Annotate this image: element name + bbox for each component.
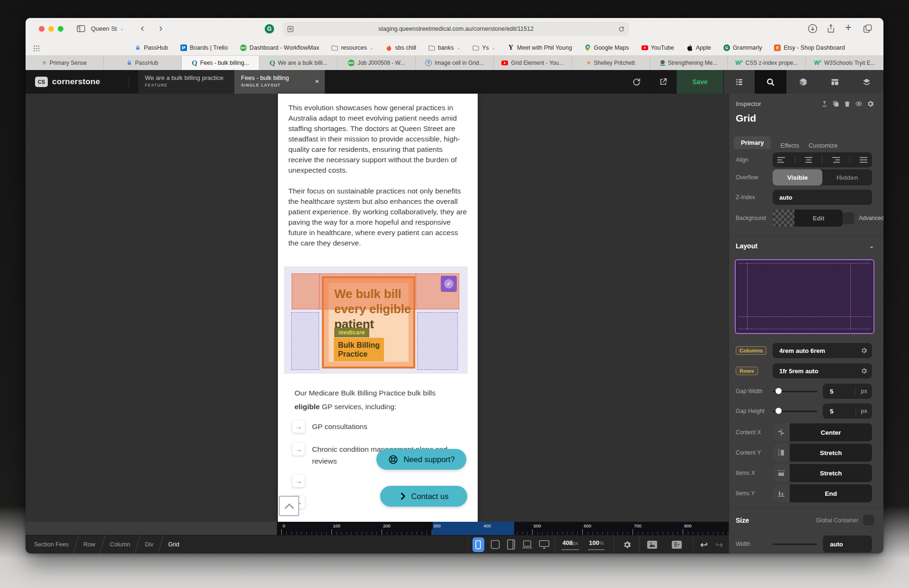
horizontal-ruler[interactable]: 0 100 200 300 400 500 600 700 800	[26, 522, 729, 535]
bookmark-etsy[interactable]: EEtsy - Shop Dashboard	[774, 44, 845, 51]
tab-effects[interactable]: Effects	[780, 142, 799, 149]
gap-height-slider[interactable]	[773, 411, 817, 412]
tab-overview-icon[interactable]	[863, 24, 873, 34]
close-doc-tab-icon[interactable]: ×	[315, 77, 319, 85]
tab-primary[interactable]: Primary	[734, 136, 771, 149]
grid-section[interactable]: We bulk bill every eligible patient medi…	[284, 266, 468, 374]
pin-element-icon[interactable]	[821, 100, 828, 107]
hero-heading[interactable]: We bulk bill every eligible patient	[334, 286, 411, 332]
element-settings-gear-icon[interactable]	[867, 100, 874, 107]
bookmark-trello[interactable]: Boards | Trello	[180, 44, 228, 51]
rows-label[interactable]: Rows	[736, 367, 758, 375]
doc-tab-single-layout-active[interactable]: Fees - bulk billing SINGLE LAYOUT ×	[234, 70, 325, 94]
browser-tab-w3schools[interactable]: W3W3Schools Tryit E...	[806, 56, 883, 70]
elements-cube-icon[interactable]	[799, 78, 808, 87]
share-icon[interactable]	[826, 24, 836, 34]
tab-customize[interactable]: Customize	[809, 142, 838, 149]
bookmark-apple[interactable]: Apple	[686, 44, 711, 51]
address-bar[interactable]: staging.queenstreetmedical.com.au/corner…	[283, 22, 629, 36]
zoom-window-button[interactable]	[58, 26, 63, 32]
editor-canvas[interactable]: This evolution showcases how general pra…	[26, 94, 729, 522]
background-swatch[interactable]	[773, 210, 794, 227]
items-y-select[interactable]: End	[773, 484, 872, 502]
content-y-select[interactable]: Stretch	[773, 444, 872, 462]
bookmark-passhub[interactable]: PassHub	[134, 44, 168, 51]
undo-icon[interactable]: ↩	[697, 535, 711, 553]
reload-icon[interactable]	[618, 26, 624, 32]
overflow-toggle[interactable]: Visible Hidden	[773, 169, 872, 185]
device-desktop-button[interactable]	[537, 535, 551, 553]
gap-width-input[interactable]: 5px	[823, 384, 872, 399]
inspector-search-button[interactable]	[755, 70, 786, 94]
close-window-button[interactable]	[39, 26, 45, 32]
minimize-window-button[interactable]	[48, 26, 54, 32]
scroll-to-top-button[interactable]	[279, 496, 299, 516]
settings-gear-icon[interactable]	[620, 535, 633, 553]
items-x-select[interactable]: Stretch	[773, 464, 872, 482]
content-x-select[interactable]: Center	[773, 423, 872, 441]
align-control[interactable]	[773, 152, 872, 167]
refresh-preview-button[interactable]	[623, 70, 650, 94]
delete-trash-icon[interactable]	[844, 100, 851, 107]
grid-cell-left[interactable]	[291, 312, 319, 370]
size-section-header[interactable]: Size Global Container	[736, 515, 874, 526]
selected-check-badge[interactable]: ✓	[441, 276, 457, 292]
bookmark-folder-ys[interactable]: Ys⌄	[472, 44, 495, 51]
browser-tab-job[interactable]: MAXJob J000508 - W...	[338, 56, 416, 70]
zindex-input[interactable]: auto	[773, 190, 872, 205]
medicare-badge[interactable]: medicare	[334, 328, 369, 337]
rows-input[interactable]: 1fr 5rem auto	[773, 363, 872, 378]
gap-width-slider[interactable]	[773, 391, 817, 392]
bookmark-workflowmax[interactable]: MAXDashboard - WorkflowMax	[240, 44, 319, 51]
background-advanced-checkbox[interactable]	[843, 212, 855, 224]
back-button[interactable]: ‹	[141, 22, 144, 35]
device-tablet-button[interactable]	[504, 535, 517, 553]
width-slider[interactable]	[773, 544, 817, 545]
browser-tab-grid-element[interactable]: Grid Element - You...	[494, 56, 572, 70]
grid-cell-right[interactable]	[417, 312, 458, 370]
device-laptop-button[interactable]	[520, 535, 534, 553]
zoom-level-value[interactable]: 100%	[588, 539, 605, 550]
browser-tab-shelley[interactable]: ✳Shelley Pritchett	[572, 56, 650, 70]
rows-gear-icon[interactable]	[861, 368, 867, 374]
tab-group-selector[interactable]: Queen St⌄	[91, 25, 124, 32]
media-library-icon[interactable]	[645, 535, 659, 553]
browser-tab-strengthening[interactable]: Strengthening Me...	[650, 56, 728, 70]
browser-tab-image-cell[interactable]: TImage cell in Grid...	[416, 56, 494, 70]
breadcrumb-grid-current[interactable]: Grid	[166, 541, 181, 548]
sidebar-toggle-icon[interactable]	[77, 25, 85, 32]
bookmark-folder-resources[interactable]: resources⌄	[331, 44, 373, 51]
breadcrumb-row[interactable]: Row	[81, 541, 97, 548]
global-container-checkbox[interactable]	[863, 515, 874, 526]
bookmark-grammarly[interactable]: GGrammarly	[723, 44, 762, 51]
breadcrumb-section[interactable]: Section Fees	[32, 541, 71, 548]
browser-tab-css-zindex[interactable]: W3CSS z-index prope...	[728, 56, 806, 70]
viewport-width-value[interactable]: 408px	[561, 539, 579, 550]
overflow-hidden-option[interactable]: Hidden	[822, 169, 872, 185]
align-right-icon[interactable]	[832, 157, 840, 163]
device-square-button[interactable]	[489, 535, 502, 553]
doc-tab-feature[interactable]: We are a bulk billing practice FEATURE	[138, 70, 234, 94]
visibility-eye-icon[interactable]	[855, 100, 863, 107]
browser-tab-passhub[interactable]: PassHub	[104, 56, 182, 70]
browser-tab-primary-sense[interactable]: ✳Primary Sense	[26, 56, 104, 70]
layout-section-header[interactable]: Layout ⌄	[736, 242, 874, 250]
bookmark-folder-banks[interactable]: banks⌄	[428, 44, 460, 51]
gap-height-input[interactable]: 5px	[823, 404, 872, 419]
columns-label[interactable]: Columns	[736, 346, 766, 355]
contact-us-button[interactable]: Contact us	[380, 486, 467, 507]
duplicate-icon[interactable]	[832, 100, 839, 107]
redo-icon[interactable]: ↪	[712, 535, 726, 553]
save-button[interactable]: Save	[676, 70, 723, 94]
open-site-button[interactable]	[650, 70, 676, 94]
downloads-icon[interactable]	[808, 24, 818, 34]
forward-button[interactable]: ›	[159, 22, 162, 35]
cornerstone-logo[interactable]: CS	[35, 77, 48, 87]
breadcrumb-div[interactable]: Div	[143, 541, 155, 548]
need-support-button[interactable]: Need support?	[376, 449, 466, 470]
bulk-billing-badge[interactable]: Bulk Billing Practice	[334, 338, 384, 361]
breadcrumb-column[interactable]: Column	[108, 541, 132, 548]
bookmark-google-maps[interactable]: Google Maps	[584, 44, 629, 51]
bookmark-sbs-chill[interactable]: sbs chill	[386, 44, 416, 51]
overflow-visible-option[interactable]: Visible	[773, 169, 822, 185]
